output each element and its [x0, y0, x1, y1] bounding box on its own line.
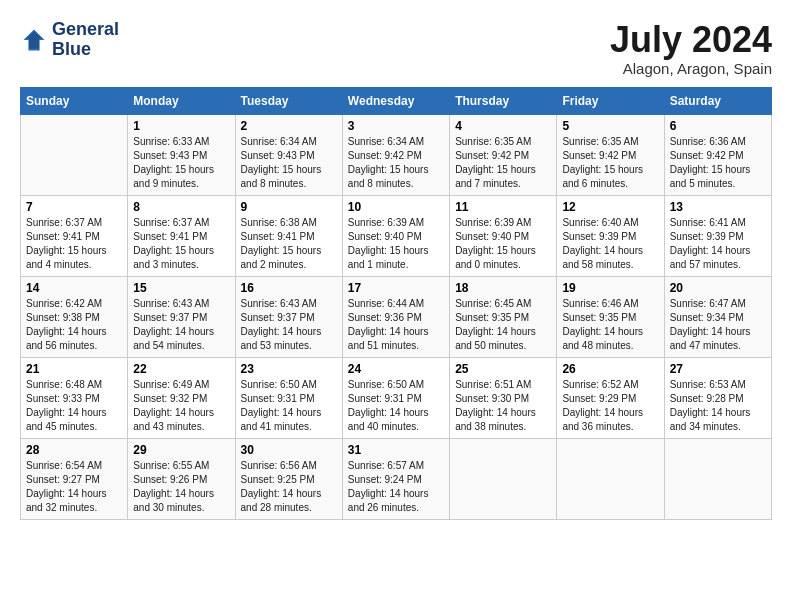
- daylight-hours: Daylight: 14 hours and 26 minutes.: [348, 488, 429, 513]
- sunset-time: Sunset: 9:38 PM: [26, 312, 100, 323]
- sunset-time: Sunset: 9:41 PM: [26, 231, 100, 242]
- calendar-cell: 28 Sunrise: 6:54 AM Sunset: 9:27 PM Dayl…: [21, 438, 128, 519]
- sunrise-time: Sunrise: 6:55 AM: [133, 460, 209, 471]
- calendar-cell: [450, 438, 557, 519]
- calendar-cell: 23 Sunrise: 6:50 AM Sunset: 9:31 PM Dayl…: [235, 357, 342, 438]
- calendar-cell: 3 Sunrise: 6:34 AM Sunset: 9:42 PM Dayli…: [342, 114, 449, 195]
- day-info: Sunrise: 6:36 AM Sunset: 9:42 PM Dayligh…: [670, 135, 766, 191]
- day-number: 30: [241, 443, 337, 457]
- sunset-time: Sunset: 9:28 PM: [670, 393, 744, 404]
- logo-icon: [20, 26, 48, 54]
- daylight-hours: Daylight: 15 hours and 4 minutes.: [26, 245, 107, 270]
- day-number: 26: [562, 362, 658, 376]
- day-number: 4: [455, 119, 551, 133]
- daylight-hours: Daylight: 14 hours and 54 minutes.: [133, 326, 214, 351]
- logo-line2: Blue: [52, 40, 119, 60]
- sunset-time: Sunset: 9:35 PM: [455, 312, 529, 323]
- sunrise-time: Sunrise: 6:39 AM: [348, 217, 424, 228]
- day-info: Sunrise: 6:55 AM Sunset: 9:26 PM Dayligh…: [133, 459, 229, 515]
- calendar-cell: 7 Sunrise: 6:37 AM Sunset: 9:41 PM Dayli…: [21, 195, 128, 276]
- calendar-cell: 8 Sunrise: 6:37 AM Sunset: 9:41 PM Dayli…: [128, 195, 235, 276]
- sunset-time: Sunset: 9:25 PM: [241, 474, 315, 485]
- sunrise-time: Sunrise: 6:34 AM: [348, 136, 424, 147]
- title-block: July 2024 Alagon, Aragon, Spain: [610, 20, 772, 77]
- header-thursday: Thursday: [450, 87, 557, 114]
- sunrise-time: Sunrise: 6:48 AM: [26, 379, 102, 390]
- calendar-cell: 11 Sunrise: 6:39 AM Sunset: 9:40 PM Dayl…: [450, 195, 557, 276]
- day-info: Sunrise: 6:39 AM Sunset: 9:40 PM Dayligh…: [348, 216, 444, 272]
- page-header: General Blue July 2024 Alagon, Aragon, S…: [20, 20, 772, 77]
- day-number: 22: [133, 362, 229, 376]
- sunrise-time: Sunrise: 6:47 AM: [670, 298, 746, 309]
- daylight-hours: Daylight: 14 hours and 57 minutes.: [670, 245, 751, 270]
- calendar-cell: 31 Sunrise: 6:57 AM Sunset: 9:24 PM Dayl…: [342, 438, 449, 519]
- location-title: Alagon, Aragon, Spain: [610, 60, 772, 77]
- calendar-week-5: 28 Sunrise: 6:54 AM Sunset: 9:27 PM Dayl…: [21, 438, 772, 519]
- daylight-hours: Daylight: 15 hours and 0 minutes.: [455, 245, 536, 270]
- daylight-hours: Daylight: 15 hours and 8 minutes.: [241, 164, 322, 189]
- calendar-cell: 27 Sunrise: 6:53 AM Sunset: 9:28 PM Dayl…: [664, 357, 771, 438]
- sunrise-time: Sunrise: 6:50 AM: [348, 379, 424, 390]
- calendar-cell: 19 Sunrise: 6:46 AM Sunset: 9:35 PM Dayl…: [557, 276, 664, 357]
- header-saturday: Saturday: [664, 87, 771, 114]
- daylight-hours: Daylight: 14 hours and 34 minutes.: [670, 407, 751, 432]
- day-number: 13: [670, 200, 766, 214]
- header-tuesday: Tuesday: [235, 87, 342, 114]
- sunset-time: Sunset: 9:41 PM: [241, 231, 315, 242]
- day-info: Sunrise: 6:34 AM Sunset: 9:42 PM Dayligh…: [348, 135, 444, 191]
- calendar-cell: 12 Sunrise: 6:40 AM Sunset: 9:39 PM Dayl…: [557, 195, 664, 276]
- sunset-time: Sunset: 9:41 PM: [133, 231, 207, 242]
- sunrise-time: Sunrise: 6:37 AM: [133, 217, 209, 228]
- day-info: Sunrise: 6:35 AM Sunset: 9:42 PM Dayligh…: [455, 135, 551, 191]
- day-number: 19: [562, 281, 658, 295]
- day-number: 11: [455, 200, 551, 214]
- logo-text: General Blue: [52, 20, 119, 60]
- daylight-hours: Daylight: 15 hours and 1 minute.: [348, 245, 429, 270]
- sunset-time: Sunset: 9:34 PM: [670, 312, 744, 323]
- day-info: Sunrise: 6:43 AM Sunset: 9:37 PM Dayligh…: [241, 297, 337, 353]
- day-number: 6: [670, 119, 766, 133]
- sunset-time: Sunset: 9:39 PM: [670, 231, 744, 242]
- calendar-cell: 24 Sunrise: 6:50 AM Sunset: 9:31 PM Dayl…: [342, 357, 449, 438]
- daylight-hours: Daylight: 14 hours and 30 minutes.: [133, 488, 214, 513]
- daylight-hours: Daylight: 15 hours and 7 minutes.: [455, 164, 536, 189]
- calendar-week-2: 7 Sunrise: 6:37 AM Sunset: 9:41 PM Dayli…: [21, 195, 772, 276]
- header-sunday: Sunday: [21, 87, 128, 114]
- day-number: 17: [348, 281, 444, 295]
- day-number: 10: [348, 200, 444, 214]
- daylight-hours: Daylight: 15 hours and 5 minutes.: [670, 164, 751, 189]
- calendar-cell: [664, 438, 771, 519]
- day-info: Sunrise: 6:57 AM Sunset: 9:24 PM Dayligh…: [348, 459, 444, 515]
- sunset-time: Sunset: 9:42 PM: [670, 150, 744, 161]
- sunset-time: Sunset: 9:35 PM: [562, 312, 636, 323]
- calendar-cell: 30 Sunrise: 6:56 AM Sunset: 9:25 PM Dayl…: [235, 438, 342, 519]
- sunset-time: Sunset: 9:36 PM: [348, 312, 422, 323]
- day-info: Sunrise: 6:45 AM Sunset: 9:35 PM Dayligh…: [455, 297, 551, 353]
- sunset-time: Sunset: 9:30 PM: [455, 393, 529, 404]
- day-number: 7: [26, 200, 122, 214]
- day-number: 5: [562, 119, 658, 133]
- calendar-cell: 18 Sunrise: 6:45 AM Sunset: 9:35 PM Dayl…: [450, 276, 557, 357]
- calendar-cell: [557, 438, 664, 519]
- calendar-cell: 22 Sunrise: 6:49 AM Sunset: 9:32 PM Dayl…: [128, 357, 235, 438]
- sunrise-time: Sunrise: 6:36 AM: [670, 136, 746, 147]
- sunset-time: Sunset: 9:26 PM: [133, 474, 207, 485]
- day-info: Sunrise: 6:48 AM Sunset: 9:33 PM Dayligh…: [26, 378, 122, 434]
- daylight-hours: Daylight: 14 hours and 43 minutes.: [133, 407, 214, 432]
- sunset-time: Sunset: 9:29 PM: [562, 393, 636, 404]
- month-title: July 2024: [610, 20, 772, 60]
- daylight-hours: Daylight: 14 hours and 32 minutes.: [26, 488, 107, 513]
- calendar-cell: 21 Sunrise: 6:48 AM Sunset: 9:33 PM Dayl…: [21, 357, 128, 438]
- sunset-time: Sunset: 9:31 PM: [348, 393, 422, 404]
- calendar-cell: 1 Sunrise: 6:33 AM Sunset: 9:43 PM Dayli…: [128, 114, 235, 195]
- day-info: Sunrise: 6:52 AM Sunset: 9:29 PM Dayligh…: [562, 378, 658, 434]
- day-number: 14: [26, 281, 122, 295]
- calendar-cell: 10 Sunrise: 6:39 AM Sunset: 9:40 PM Dayl…: [342, 195, 449, 276]
- day-info: Sunrise: 6:37 AM Sunset: 9:41 PM Dayligh…: [26, 216, 122, 272]
- day-info: Sunrise: 6:41 AM Sunset: 9:39 PM Dayligh…: [670, 216, 766, 272]
- sunset-time: Sunset: 9:43 PM: [133, 150, 207, 161]
- daylight-hours: Daylight: 15 hours and 3 minutes.: [133, 245, 214, 270]
- daylight-hours: Daylight: 14 hours and 50 minutes.: [455, 326, 536, 351]
- day-info: Sunrise: 6:54 AM Sunset: 9:27 PM Dayligh…: [26, 459, 122, 515]
- daylight-hours: Daylight: 14 hours and 51 minutes.: [348, 326, 429, 351]
